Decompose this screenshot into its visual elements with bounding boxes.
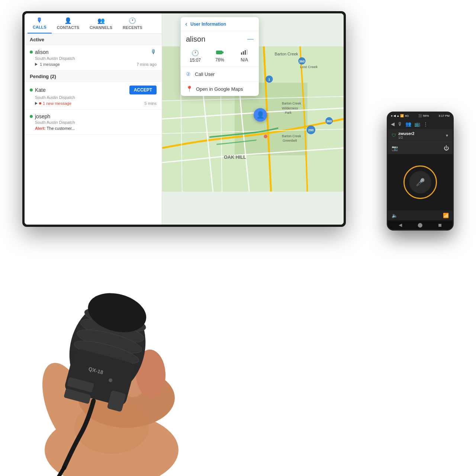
phone-screen-icon: 📺 xyxy=(414,121,420,127)
nav-back-btn[interactable]: ◀ xyxy=(399,222,402,228)
svg-text:QX-18: QX-18 xyxy=(88,366,104,376)
power-icon[interactable]: ⏻ xyxy=(444,145,449,151)
accept-button-kate[interactable]: ACCEPT xyxy=(129,86,157,94)
call-item-joseph[interactable]: joseph South Austin Dispatch Alert: The … xyxy=(25,110,162,135)
svg-point-28 xyxy=(45,413,178,476)
svg-rect-43 xyxy=(67,377,94,392)
camera-icon[interactable]: 📷 xyxy=(392,145,398,151)
svg-text:Greenbelt: Greenbelt xyxy=(283,139,297,142)
phone-back-icon[interactable]: ◀ xyxy=(391,121,395,127)
nav-home-btn[interactable]: ⬤ xyxy=(418,222,422,228)
maps-icon: 📍 xyxy=(186,86,193,92)
map-area: Barton Creek Barton Creek Lost Creek Bar… xyxy=(162,13,344,225)
user-info-popup: ‹ User Information alison ⸻ 🕐 15:07 xyxy=(181,17,259,96)
tab-recents[interactable]: 🕐 RECENTS xyxy=(118,13,148,33)
alison-dispatch: South Austin Dispatch xyxy=(35,56,157,61)
call-item-kate[interactable]: Kate ACCEPT South Austin Dispatch 1 new … xyxy=(25,82,162,110)
clock-stat-icon: 🕐 xyxy=(192,49,199,57)
channel-arrow-icon[interactable]: ▼ xyxy=(445,134,449,138)
status-dot-alison xyxy=(30,51,33,54)
volume-icon[interactable]: 🔈 xyxy=(392,213,398,218)
svg-point-39 xyxy=(75,325,144,358)
svg-text:Barton Creek: Barton Creek xyxy=(275,52,299,56)
svg-point-46 xyxy=(108,378,113,382)
map-marker-alison[interactable]: 👤 xyxy=(254,108,267,122)
kate-dispatch: South Austin Dispatch xyxy=(35,95,157,100)
phone-channel: 🛡 zwuser2 1/2 ▼ xyxy=(388,129,453,142)
svg-text:1: 1 xyxy=(268,78,270,81)
svg-point-36 xyxy=(59,292,156,405)
person-tab-icon: 👤 xyxy=(64,17,72,24)
svg-text:②: ② xyxy=(186,71,191,77)
phone-ptt-area: 🎤 xyxy=(388,154,453,210)
svg-text:360: 360 xyxy=(327,119,332,123)
green-shield-icon: 🛡 xyxy=(392,133,396,138)
nav-recent-btn[interactable]: ◼ xyxy=(438,222,442,228)
nav-tabs: 🎙 CALLS 👤 CONTACTS 👥 CHANNELS 🕐 RECENTS xyxy=(25,13,162,34)
svg-text:Wilderness: Wilderness xyxy=(282,106,298,110)
status-dot-joseph xyxy=(30,115,33,118)
svg-point-20 xyxy=(264,135,267,138)
svg-point-37 xyxy=(83,304,148,336)
phone-device: ● ◀ ▲ 📶 4G ⬛ 56% 3:17 PM ◀ 🎙 👥 📺 ⋮ 🛡 zwu… xyxy=(387,112,454,231)
stat-signal: N/A xyxy=(234,49,254,63)
tab-contacts[interactable]: 👤 CONTACTS xyxy=(52,13,84,33)
pending-section-header: Pending (2) xyxy=(25,71,162,82)
phone-status-bar: ● ◀ ▲ 📶 4G ⬛ 56% 3:17 PM xyxy=(388,113,453,119)
popup-back-button[interactable]: ‹ xyxy=(185,20,187,28)
phone-nav-bar: ◀ 🎙 👥 📺 ⋮ xyxy=(388,119,453,129)
play-icon-kate xyxy=(35,102,38,105)
monitor-screen: 🎙 CALLS 👤 CONTACTS 👥 CHANNELS 🕐 RECENTS xyxy=(25,13,344,225)
svg-rect-21 xyxy=(216,51,222,54)
call-icon: ② xyxy=(186,71,192,78)
hand-mic-svg: QX-18 xyxy=(19,197,279,476)
stat-time: 🕐 15:07 xyxy=(185,49,205,63)
call-item-alison[interactable]: alison 🎙 South Austin Dispatch 1 message… xyxy=(25,45,162,71)
svg-point-40 xyxy=(72,337,141,368)
group-tab-icon: 👥 xyxy=(97,17,105,24)
phone-volume-row: 🔈 📶 xyxy=(388,210,453,221)
location-icon[interactable]: ⸻ xyxy=(247,35,254,43)
phone-nav-bottom: ◀ ⬤ ◼ xyxy=(388,221,453,229)
svg-text:290: 290 xyxy=(308,128,314,132)
call-user-action[interactable]: ② Call User xyxy=(181,67,259,82)
svg-rect-22 xyxy=(222,52,223,54)
signal-stat-icon xyxy=(241,49,248,56)
svg-point-29 xyxy=(32,356,101,454)
svg-rect-23 xyxy=(241,52,242,55)
active-section-header: Active xyxy=(25,34,162,45)
svg-text:Barton Creek: Barton Creek xyxy=(282,134,301,138)
ptt-ring: 🎤 xyxy=(403,165,437,199)
monitor: 🎙 CALLS 👤 CONTACTS 👥 CHANNELS 🕐 RECENTS xyxy=(22,11,346,227)
signal-bars-icon: 📶 xyxy=(443,213,449,218)
svg-text:Lost Creek: Lost Creek xyxy=(300,65,318,69)
battery-stat-icon xyxy=(216,49,223,56)
svg-rect-45 xyxy=(107,390,126,412)
open-maps-action[interactable]: 📍 Open in Google Maps xyxy=(181,82,259,96)
svg-text:Park: Park xyxy=(285,111,292,115)
ptt-button[interactable]: 🎤 xyxy=(409,171,431,193)
phone-more-icon[interactable]: ⋮ xyxy=(423,121,428,127)
mic-tab-icon: 🎙 xyxy=(36,17,42,24)
phone-mic-icon: 🎙 xyxy=(398,121,402,127)
svg-point-35 xyxy=(74,402,149,454)
phone-people-icon: 👥 xyxy=(405,121,411,127)
svg-rect-44 xyxy=(64,388,91,404)
ptt-mic-icon: 🎤 xyxy=(416,178,425,187)
play-icon-alison[interactable] xyxy=(35,63,38,66)
svg-point-34 xyxy=(135,349,167,399)
mic-button-alison[interactable]: 🎙 xyxy=(151,49,157,55)
phone-camera-row: 📷 ⏻ xyxy=(388,142,453,154)
calls-panel: 🎙 CALLS 👤 CONTACTS 👥 CHANNELS 🕐 RECENTS xyxy=(25,13,162,225)
clock-tab-icon: 🕐 xyxy=(129,17,136,24)
stat-battery: 76% xyxy=(210,49,230,63)
tab-calls[interactable]: 🎙 CALLS xyxy=(28,13,52,33)
hand-mic-container: QX-18 xyxy=(19,197,279,476)
svg-point-32 xyxy=(96,348,134,403)
joseph-alert: Alert: The customer... xyxy=(35,126,157,131)
svg-point-42 xyxy=(84,287,151,338)
svg-rect-24 xyxy=(243,51,244,55)
svg-point-33 xyxy=(118,346,151,398)
tab-channels[interactable]: 👥 CHANNELS xyxy=(84,13,118,33)
svg-point-38 xyxy=(78,314,146,347)
